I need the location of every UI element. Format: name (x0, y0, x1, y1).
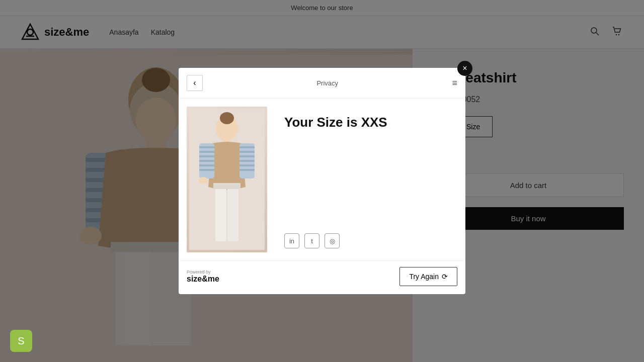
modal-product-svg (189, 109, 265, 250)
modal-product-image (187, 107, 267, 252)
linkedin-icon[interactable]: in (284, 233, 299, 248)
powered-by-logo: size&me (187, 275, 219, 284)
menu-icon: ≡ (452, 78, 457, 88)
shopify-badge[interactable]: S (10, 330, 32, 352)
modal-menu-button[interactable]: ≡ (452, 78, 457, 88)
svg-rect-47 (199, 160, 214, 162)
social-icons: in t ◎ (284, 213, 340, 248)
svg-rect-51 (239, 146, 255, 148)
svg-point-60 (199, 177, 208, 184)
modal-back-button[interactable]: ‹ (187, 75, 203, 91)
modal-privacy-label[interactable]: Privacy (316, 79, 338, 87)
svg-rect-56 (239, 169, 255, 171)
powered-by: Powered by size&me (187, 269, 219, 284)
svg-rect-53 (239, 155, 255, 157)
modal-overlay[interactable]: × ‹ Privacy ≡ (0, 0, 644, 362)
svg-rect-54 (239, 160, 255, 162)
modal-header: ‹ Privacy ≡ (179, 68, 465, 99)
powered-by-text: Powered by (187, 269, 219, 275)
back-icon: ‹ (193, 78, 196, 87)
svg-point-41 (220, 112, 234, 124)
modal-footer: Powered by size&me Try Again ⟳ (179, 260, 465, 294)
twitter-icon[interactable]: t (304, 233, 319, 248)
modal-body: Your Size is XXS in t ◎ (179, 99, 465, 260)
instagram-icon[interactable]: ◎ (325, 233, 340, 248)
modal: × ‹ Privacy ≡ (179, 68, 465, 294)
svg-rect-45 (199, 151, 214, 153)
try-again-label: Try Again (409, 273, 439, 281)
svg-rect-52 (239, 151, 255, 153)
modal-content-column: Your Size is XXS in t ◎ (274, 99, 465, 260)
svg-rect-44 (199, 146, 214, 148)
modal-close-button[interactable]: × (457, 61, 472, 76)
svg-rect-46 (199, 155, 214, 157)
svg-rect-57 (215, 186, 226, 241)
svg-rect-48 (199, 164, 214, 166)
try-again-button[interactable]: Try Again ⟳ (399, 267, 457, 286)
shopify-icon: S (18, 335, 24, 347)
svg-rect-59 (213, 183, 240, 189)
size-result-title: Your Size is XXS (284, 115, 387, 130)
modal-image-column (179, 99, 274, 260)
svg-rect-55 (239, 164, 255, 166)
refresh-icon: ⟳ (442, 273, 448, 281)
svg-rect-49 (199, 169, 214, 171)
svg-rect-58 (227, 186, 238, 241)
close-icon: × (462, 64, 467, 73)
